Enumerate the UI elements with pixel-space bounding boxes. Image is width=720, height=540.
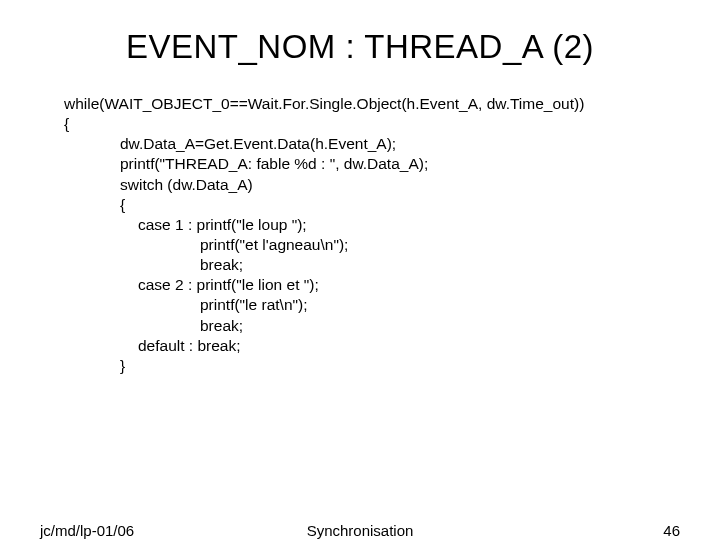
code-line: printf("THREAD_A: fable %d : ", dw.Data_… xyxy=(64,154,680,174)
code-line: } xyxy=(64,356,680,376)
slide: EVENT_NOM : THREAD_A (2) while(WAIT_OBJE… xyxy=(0,0,720,540)
code-line: switch (dw.Data_A) xyxy=(64,175,680,195)
code-line: { xyxy=(64,195,680,215)
code-block: while(WAIT_OBJECT_0==Wait.For.Single.Obj… xyxy=(40,94,680,376)
code-line: dw.Data_A=Get.Event.Data(h.Event_A); xyxy=(64,134,680,154)
code-line: { xyxy=(64,114,680,134)
footer-right: 46 xyxy=(663,522,680,539)
code-line: break; xyxy=(64,316,680,336)
footer-center: Synchronisation xyxy=(0,522,720,539)
code-line: case 2 : printf("le lion et "); xyxy=(64,275,680,295)
code-line: case 1 : printf("le loup "); xyxy=(64,215,680,235)
slide-title: EVENT_NOM : THREAD_A (2) xyxy=(40,28,680,66)
code-line: default : break; xyxy=(64,336,680,356)
code-line: break; xyxy=(64,255,680,275)
code-line: printf("et l'agneau\n"); xyxy=(64,235,680,255)
code-line: printf("le rat\n"); xyxy=(64,295,680,315)
code-line: while(WAIT_OBJECT_0==Wait.For.Single.Obj… xyxy=(64,94,680,114)
